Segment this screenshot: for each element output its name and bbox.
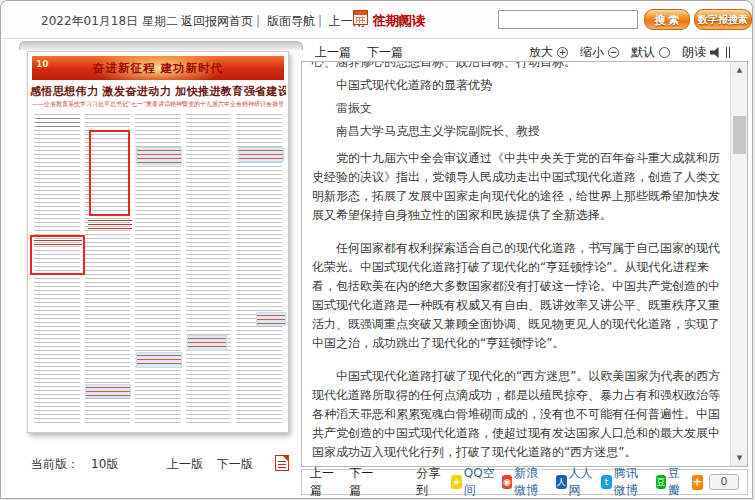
article-author: 雷振文 (312, 99, 721, 118)
page-headline: 感悟思想伟力 激发奋进动力 加快推进教育强省建设 (30, 84, 286, 99)
zoom-in-label[interactable]: 放大 (529, 44, 553, 61)
page-subtitle: ——全省教育系统学习习近平总书记“七一”重要讲话精神暨党的十九届六中全会精神研讨… (30, 100, 286, 109)
article-toolbar: 上一篇 下一篇 放大 + 缩小 − 默认 朗读 (301, 41, 748, 61)
share-sina-weibo-label: 新浪微博 (514, 465, 550, 499)
article-content: 心、涵养修心的思想目标、政治目标、行动目标。 中国式现代化道路的显著优势 雷振文… (302, 61, 729, 466)
calendar-icon[interactable] (353, 10, 368, 25)
mini-headline-box (85, 384, 131, 398)
scroll-up-arrow-icon[interactable]: ▲ (731, 62, 748, 78)
mini-headline-box (136, 147, 182, 165)
nav-page-nav-link[interactable]: 版面导航 (267, 14, 315, 28)
next-page-link[interactable]: 下一版 (217, 457, 253, 471)
mini-headline-red (88, 220, 132, 231)
share-count-badge: 0 (709, 474, 739, 490)
page-banner: 10 奋进新征程 建功新时代 (32, 56, 284, 80)
article-highlight-box[interactable] (89, 130, 130, 216)
nav-separator: | (318, 14, 322, 28)
mini-headline-box (136, 352, 182, 368)
newspaper-page-thumbnail[interactable]: 10 奋进新征程 建功新时代 感悟思想伟力 激发奋进动力 加快推进教育强省建设 … (27, 51, 289, 433)
more-share-icon[interactable]: + (692, 475, 703, 490)
scrollbar-thumb[interactable] (733, 116, 746, 154)
search-button[interactable]: 搜 索 (644, 9, 690, 30)
zoom-in-icon[interactable]: + (557, 47, 568, 58)
speaker-wave-icon (726, 47, 730, 58)
default-size-icon[interactable] (659, 47, 670, 58)
tencent-weibo-icon: t (601, 475, 611, 489)
read-aloud-label[interactable]: 朗读 (682, 44, 706, 61)
page-thumbnail-panel: 10 奋进新征程 建功新时代 感悟思想伟力 激发奋进动力 加快推进教育强省建设 … (19, 41, 303, 493)
nav-home-link[interactable]: 返回报网首页 (181, 14, 253, 28)
newspaper-column (186, 114, 232, 424)
article-title: 中国式现代化道路的显著优势 (312, 76, 721, 95)
share-bar: 上一篇 下一篇 分享到 ★ QQ空间 ◉ 新浪微博 人 人人网 t 腾讯微博 豆… (301, 469, 748, 495)
archive-link[interactable]: 往期阅读 (373, 12, 425, 30)
article-clipped-line: 心、涵养修心的思想目标、政治目标、行动目标。 (312, 61, 721, 72)
mini-headline-block (36, 118, 80, 130)
share-qzone[interactable]: ★ QQ空间 (451, 465, 495, 499)
issue-date: 2022年01月18日 星期二 (41, 13, 178, 30)
share-to-label: 分享到 (416, 465, 443, 499)
digital-newspaper-window: 2022年01月18日 星期二 返回报网首页| 版面导航| 上一期 下一期| 往… (0, 0, 753, 499)
share-qzone-label: QQ空间 (464, 465, 496, 499)
mini-headline-box (187, 335, 227, 351)
mini-headline-box (256, 312, 286, 326)
share-tencent-weibo[interactable]: t 腾讯微博 (601, 465, 649, 499)
article-reader: 心、涵养修心的思想目标、政治目标、行动目标。 中国式现代化道路的显著优势 雷振文… (301, 61, 748, 467)
article-scrollbar[interactable]: ▲ ▼ (730, 62, 747, 466)
share-renren-label: 人人网 (569, 465, 596, 499)
share-sina-weibo[interactable]: ◉ 新浪微博 (502, 465, 550, 499)
banner-title: 奋进新征程 建功新时代 (32, 61, 284, 76)
current-article-highlight-box[interactable] (30, 235, 85, 275)
mini-headline-box (238, 147, 284, 162)
prev-article-link[interactable]: 上一篇 (315, 44, 351, 61)
speaker-icon[interactable] (710, 47, 723, 58)
pdf-download-icon[interactable] (275, 455, 289, 471)
zoom-out-icon[interactable]: − (608, 47, 619, 58)
qzone-icon: ★ (451, 475, 461, 489)
article-paragraph: 任何国家都有权利探索适合自己的现代化道路，书写属于自己国家的现代化荣光。中国式现… (312, 239, 721, 353)
zoom-out-label[interactable]: 缩小 (580, 44, 604, 61)
article-paragraph: 中国式现代化道路打破了现代化的“西方迷思”。以欧美国家为代表的西方现代化道路所取… (312, 367, 721, 462)
nav-separator: | (256, 14, 260, 28)
panel-top-cap (19, 41, 303, 50)
renren-icon: 人 (556, 475, 566, 489)
douban-icon: 豆 (656, 475, 666, 489)
scroll-down-arrow-icon[interactable]: ▼ (731, 450, 748, 466)
share-renren[interactable]: 人 人人网 (556, 465, 595, 499)
page-footer-bar: 当前版： 10版 上一版 下一版 (27, 455, 295, 473)
prev-article-link-bottom[interactable]: 上一篇 (310, 465, 337, 499)
share-douban[interactable]: 豆 豆瓣 (656, 465, 686, 499)
top-bar: 2022年01月18日 星期二 返回报网首页| 版面导航| 上一期 下一期| 往… (1, 1, 752, 39)
current-page-label: 当前版： (31, 456, 79, 473)
default-size-label[interactable]: 默认 (631, 44, 655, 61)
prev-page-link[interactable]: 上一版 (167, 457, 203, 471)
current-page-value: 10版 (91, 456, 118, 473)
paper-search-button[interactable]: 数字报搜索 (694, 9, 752, 30)
next-article-link[interactable]: 下一篇 (367, 44, 403, 61)
search-input[interactable] (498, 10, 638, 29)
sina-weibo-icon: ◉ (502, 475, 512, 489)
article-paragraph: 党的十九届六中全会审议通过《中共中央关于党的百年奋斗重大成就和历史经验的决议》指… (312, 149, 721, 225)
article-panel: 上一篇 下一篇 放大 + 缩小 − 默认 朗读 心、涵养修心的思想目标、政治目标… (301, 41, 748, 496)
article-author-affiliation: 南昌大学马克思主义学院副院长、教授 (312, 122, 721, 141)
share-douban-label: 豆瓣 (668, 465, 686, 499)
next-article-link-bottom[interactable]: 下一篇 (349, 465, 376, 499)
share-tencent-weibo-label: 腾讯微博 (614, 465, 650, 499)
